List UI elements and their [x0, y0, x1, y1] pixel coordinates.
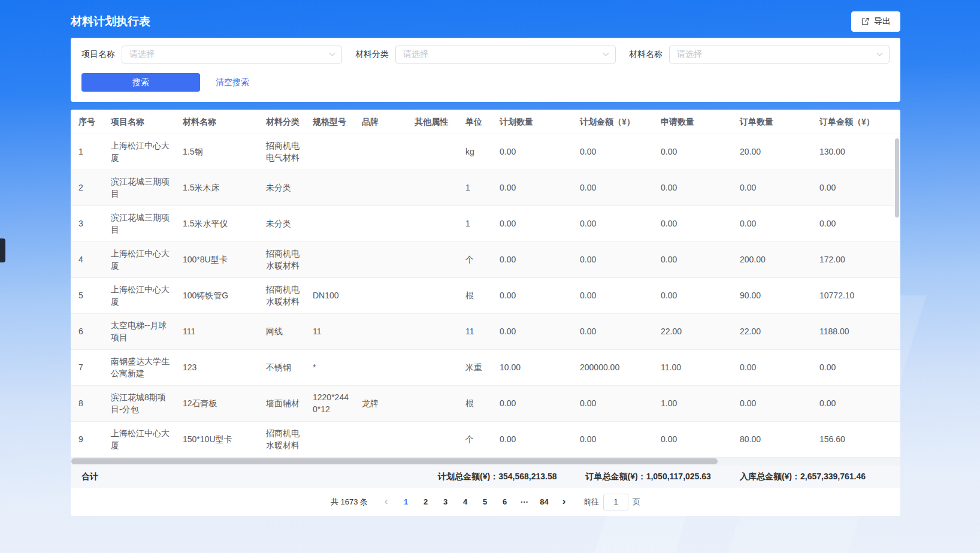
cell: 8 [71, 385, 103, 421]
summary-row: 合计 计划总金额(¥)：354,568,213.58订单总金额(¥)：1,050… [71, 466, 900, 488]
cell: 172.00 [812, 241, 900, 277]
cell: 上海松江中心大厦 [103, 277, 175, 313]
cell [354, 313, 407, 349]
table-header-row: 序号项目名称材料名称材料分类规格型号品牌其他属性单位计划数量计划金额（¥）申请数… [71, 110, 900, 134]
cell: 7 [71, 349, 103, 385]
cell: 0.00 [492, 170, 572, 206]
cell: 滨江花城三期项目 [103, 206, 175, 241]
cell [354, 241, 407, 277]
cell: 0.00 [572, 206, 653, 241]
pager-page-3[interactable]: 3 [437, 494, 453, 510]
cell [305, 170, 354, 206]
summary-item: 计划总金额(¥)：354,568,213.58 [438, 472, 556, 482]
export-label: 导出 [874, 16, 891, 27]
cell: 0.00 [653, 277, 732, 313]
cell: 个 [458, 421, 492, 457]
pagination: 共 1673 条 ‹ 123456···84 › 前往 页 [71, 488, 900, 516]
horizontal-scrollbar[interactable] [71, 458, 718, 464]
summary-item-label: 计划总金额(¥)： [438, 472, 498, 481]
cell: 滨江花城三期项目 [103, 170, 175, 206]
cell: 1.00 [653, 385, 732, 421]
pager-page-6[interactable]: 6 [497, 494, 513, 510]
column-header: 品牌 [354, 110, 407, 134]
column-header: 材料分类 [258, 110, 305, 134]
pager-page-84[interactable]: 84 [536, 494, 552, 510]
clear-search-link[interactable]: 清空搜索 [216, 77, 249, 88]
cell: 上海松江中心大厦 [103, 134, 175, 170]
cell: 10.00 [492, 349, 572, 385]
next-page-button[interactable]: › [556, 494, 572, 510]
cell [407, 385, 458, 421]
cell: 墙面辅材 [258, 385, 305, 421]
filter-label: 材料名称 [629, 49, 663, 60]
cell: 0.00 [492, 385, 572, 421]
cell: 上海松江中心大厦 [103, 421, 175, 457]
cell: 0.00 [812, 349, 900, 385]
cell: 招商机电水暖材料 [258, 421, 305, 457]
summary-item-value: 2,657,339,761.46 [800, 472, 866, 481]
column-header: 规格型号 [305, 110, 354, 134]
cell [354, 277, 407, 313]
vertical-scrollbar[interactable] [895, 138, 899, 217]
page-title: 材料计划执行表 [71, 14, 150, 29]
cell [407, 349, 458, 385]
cell: 5 [71, 277, 103, 313]
summary-total-label: 合计 [81, 472, 98, 482]
cell: 根 [458, 277, 492, 313]
cell: 156.60 [812, 421, 900, 457]
column-header: 订单金额（¥） [812, 110, 900, 134]
filter-field-3: 材料名称请选择 [629, 46, 890, 64]
cell [407, 421, 458, 457]
filter-select[interactable]: 请选择 [395, 46, 616, 64]
cell: 未分类 [258, 170, 305, 206]
pager-page-5[interactable]: 5 [477, 494, 493, 510]
summary-item: 订单总金额(¥)：1,050,117,025.63 [586, 472, 711, 482]
cell: 不锈钢 [258, 349, 305, 385]
cell [305, 206, 354, 241]
filter-select[interactable]: 请选择 [669, 46, 890, 64]
cell [407, 206, 458, 241]
table-row: 8滨江花城8期项目-分包12石膏板墙面辅材1220*2440*12龙牌根0.00… [71, 385, 900, 421]
cell: 网线 [258, 313, 305, 349]
summary-item-value: 1,050,117,025.63 [646, 472, 711, 481]
cell: 0.00 [492, 206, 572, 241]
cell: 200.00 [732, 241, 812, 277]
cell: 3 [71, 206, 103, 241]
pager-more[interactable]: ··· [516, 494, 533, 510]
search-button[interactable]: 搜索 [81, 73, 200, 92]
pager-page-2[interactable]: 2 [418, 494, 434, 510]
column-header: 订单数量 [732, 110, 812, 134]
column-header: 计划数量 [492, 110, 572, 134]
select-placeholder: 请选择 [677, 49, 702, 60]
cell: 100铸铁管G [175, 277, 258, 313]
cell [407, 170, 458, 206]
cell [305, 134, 354, 170]
goto-page-input[interactable] [603, 494, 628, 510]
cell: 11 [458, 313, 492, 349]
cell: 1 [71, 134, 103, 170]
summary-item: 入库总金额(¥)：2,657,339,761.46 [740, 472, 866, 482]
cell: 6 [71, 313, 103, 349]
cell: 0.00 [492, 241, 572, 277]
prev-page-button[interactable]: ‹ [378, 494, 394, 510]
cell: 0.00 [653, 241, 732, 277]
table-row: 5上海松江中心大厦100铸铁管G招商机电水暖材料DN100根0.000.000.… [71, 277, 900, 313]
cell [305, 241, 354, 277]
filter-select[interactable]: 请选择 [122, 46, 342, 64]
table-row: 7南钢盛达大学生公寓新建123不锈钢*米重10.00200000.0011.00… [71, 349, 900, 385]
pager-page-4[interactable]: 4 [457, 494, 473, 510]
pager-page-1[interactable]: 1 [398, 494, 414, 510]
select-placeholder: 请选择 [403, 49, 428, 60]
cell: 1 [458, 206, 492, 241]
cell: 0.00 [812, 206, 900, 241]
cell: 0.00 [572, 134, 653, 170]
filter-fields: 项目名称请选择材料分类请选择材料名称请选择 [81, 46, 890, 64]
cell [407, 313, 458, 349]
cell: 0.00 [653, 170, 732, 206]
column-header: 项目名称 [103, 110, 175, 134]
drawer-handle[interactable] [0, 238, 5, 262]
cell: 150*10U型卡 [175, 421, 258, 457]
cell [354, 170, 407, 206]
export-button[interactable]: 导出 [851, 11, 900, 32]
chevron-down-icon [603, 50, 609, 56]
